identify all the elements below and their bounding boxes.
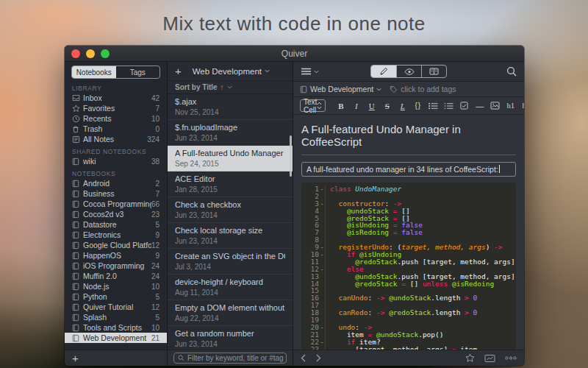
sidebar-item-trash[interactable]: Trash 0: [65, 124, 167, 134]
sidebar-item-business[interactable]: Business 7: [65, 188, 167, 199]
fold-marker[interactable]: -: [319, 251, 326, 258]
sidebar-item-splash[interactable]: Splash 5: [65, 312, 167, 322]
sidebar-item-ios-programming[interactable]: iOS Programming 24: [65, 261, 167, 271]
chevron-down-icon: [314, 70, 319, 74]
cell-menu-button[interactable]: [301, 68, 319, 75]
notebook-icon: [72, 283, 83, 291]
fold-marker[interactable]: -: [319, 200, 326, 208]
underline-icon[interactable]: U: [364, 99, 379, 113]
sidebar-item-inbox[interactable]: Inbox 42: [65, 93, 167, 103]
code-cell[interactable]: 1 - class UndoManager 2 3 - constructor:…: [301, 183, 516, 350]
more-options-icon[interactable]: [505, 356, 517, 360]
presentation-icon[interactable]: [484, 354, 495, 363]
ordered-list-icon[interactable]: [441, 99, 456, 113]
minimize-button[interactable]: [86, 49, 95, 58]
fold-marker: [319, 302, 326, 309]
cell-type-select[interactable]: Text Cell: [300, 99, 326, 112]
sidebar-item-google-cloud-platform[interactable]: Google Cloud Platform 12: [65, 240, 167, 250]
text-cell[interactable]: A full-featured undo manager in 34 lines…: [301, 162, 516, 177]
note-row-date: Sep 24, 2015: [175, 160, 285, 169]
sidebar-item-tools-and-scripts[interactable]: Tools and Scripts 10: [65, 322, 167, 333]
sidebar-item-node-js[interactable]: Node.js 10: [65, 281, 167, 291]
item-count: 5: [155, 293, 159, 301]
link-icon[interactable]: L: [395, 99, 410, 113]
hr-icon[interactable]: —: [472, 99, 487, 113]
note-row-check-a-checkbox[interactable]: Check a checkbox Jun 23, 2014: [168, 197, 293, 223]
search-icon: [506, 66, 517, 77]
fold-marker: [319, 215, 326, 222]
sidebar-item-wiki[interactable]: wiki 38: [65, 156, 167, 166]
back-button[interactable]: [301, 354, 306, 362]
filter-input[interactable]: Filter by keyword, title or #tag: [173, 353, 287, 364]
note-row-ajax[interactable]: $.ajax Nov 25, 2014: [168, 94, 293, 120]
add-notebook-button[interactable]: +: [65, 353, 86, 364]
fold-marker[interactable]: -: [319, 185, 326, 193]
zoom-button[interactable]: [101, 49, 110, 58]
note-row-ace-editor[interactable]: ACE Editor Jan 28, 2015: [168, 171, 293, 197]
fold-marker: [319, 287, 326, 294]
sidebar-item-all-notes[interactable]: All Notes 324: [65, 134, 167, 144]
code-icon[interactable]: {}: [410, 99, 426, 113]
split-mode-button[interactable]: [421, 66, 446, 77]
close-button[interactable]: [71, 49, 80, 58]
fold-marker[interactable]: -: [319, 339, 326, 346]
sidebar-item-recents[interactable]: Recents 10: [65, 113, 167, 124]
tags-field[interactable]: click to add tags: [390, 85, 456, 93]
sidebar-item-electronics[interactable]: Electronics 9: [65, 230, 167, 240]
note-row-a-full-featured-undo-manager-in-coffee[interactable]: A Full-featured Undo Manager in Coffee..…: [168, 146, 293, 171]
fold-marker[interactable]: -: [319, 266, 326, 273]
forward-button[interactable]: [316, 354, 321, 362]
note-notebook-dropdown[interactable]: Web Development: [300, 85, 381, 93]
sidebar-tab-switcher: Notebooks Tags: [71, 66, 160, 79]
item-count: 9: [155, 252, 159, 260]
sidebar-item-python[interactable]: Python 5: [65, 291, 167, 302]
window-titlebar[interactable]: Quiver: [65, 46, 524, 62]
sidebar-item-happenos[interactable]: HappenOS 9: [65, 250, 167, 261]
sidebar-item-muffin-2-0[interactable]: Muffin 2.0 24: [65, 271, 167, 281]
item-count: 23: [151, 210, 159, 219]
bullet-list-icon[interactable]: [426, 99, 441, 113]
favorite-star-icon[interactable]: [465, 353, 475, 363]
item-count: 10: [151, 324, 159, 332]
bold-icon[interactable]: B: [333, 99, 348, 113]
image-icon[interactable]: [487, 99, 503, 113]
fold-marker[interactable]: -: [319, 324, 326, 331]
sidebar-item-quiver-tutorial[interactable]: Quiver Tutorial 12: [65, 302, 167, 312]
tab-notebooks[interactable]: Notebooks: [72, 66, 116, 78]
new-note-button[interactable]: +: [168, 66, 189, 77]
h1-icon[interactable]: h1: [503, 99, 518, 113]
tab-tags[interactable]: Tags: [116, 66, 160, 78]
sidebar-bottom-bar: +: [65, 350, 167, 366]
note-row-fn-uploadimage[interactable]: $.fn.uploadImage Jun 23, 2014: [168, 120, 293, 146]
sidebar-item-cocoa-programming[interactable]: Cocoa Programming 66: [65, 199, 167, 209]
strikethrough-icon[interactable]: S: [379, 99, 395, 113]
note-row-title: A Full-featured Undo Manager in Coffee..…: [175, 149, 285, 158]
notebook-icon: [72, 231, 83, 239]
sidebar-item-datastore[interactable]: Datastore 5: [65, 219, 167, 230]
note-row-device-height-keyboard[interactable]: device-height / keyboard Aug 11, 2014: [168, 275, 293, 300]
note-row-check-local-storage-size[interactable]: Check local storage size Jun 23, 2014: [168, 223, 293, 249]
notebook-title-dropdown[interactable]: Web Development: [189, 67, 273, 76]
preview-mode-button[interactable]: [396, 66, 421, 77]
sidebar-item-web-development[interactable]: Web Development 21: [65, 333, 167, 343]
italic-icon[interactable]: I: [348, 99, 364, 113]
note-row-get-a-random-number[interactable]: Get a random number Jun 23, 2014: [168, 326, 293, 350]
edit-mode-button[interactable]: [371, 66, 396, 77]
note-title[interactable]: A Full-featured Undo Manager in CoffeeSc…: [301, 123, 516, 148]
note-row-create-an-svg-object-in-the-dom[interactable]: Create an SVG object in the DOM Jul 3, 2…: [168, 249, 293, 275]
book-icon: [429, 68, 439, 75]
notebook-icon: [72, 272, 83, 280]
h2-icon[interactable]: h2: [518, 99, 524, 113]
sidebar-item-android[interactable]: Android 2: [65, 178, 167, 188]
sidebar-item-favorites[interactable]: Favorites 7: [65, 103, 167, 113]
notebook-icon: [72, 241, 83, 250]
scrollbar[interactable]: [290, 135, 292, 177]
section-label-shared-notebooks: SHARED NOTEBOOKS: [65, 144, 167, 156]
note-row-empty-a-dom-element-without-jquery[interactable]: Empty a DOM element without jQuery Aug 2…: [168, 300, 293, 326]
format-toolbar: Text Cell BIUSL{}—h1h2: [293, 97, 524, 115]
search-button[interactable]: [506, 66, 517, 77]
todo-icon[interactable]: [456, 99, 472, 113]
notebook-icon: [72, 334, 83, 342]
sort-dropdown[interactable]: Sort by Title ↑: [168, 81, 293, 94]
sidebar-item-cocos2d-v3[interactable]: Cocos2d v3 23: [65, 209, 167, 219]
